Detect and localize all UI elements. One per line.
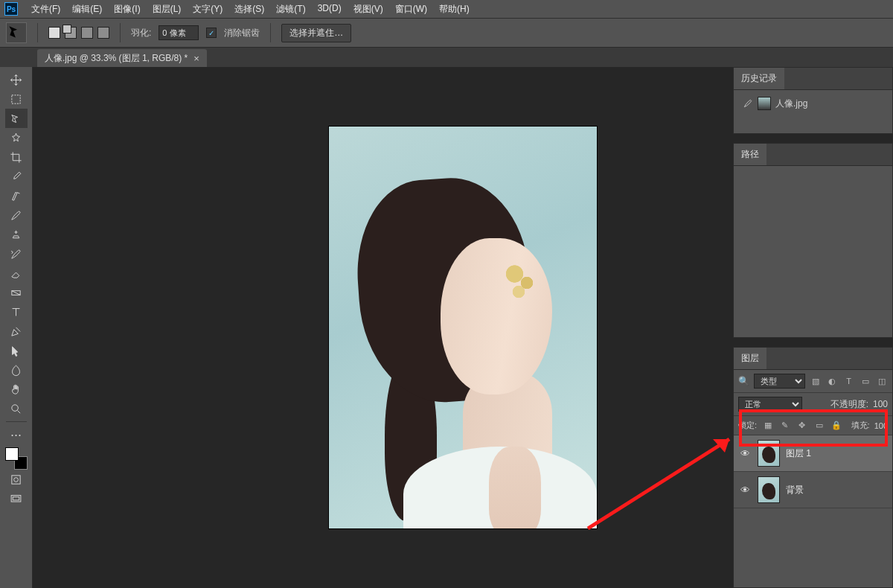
edit-toolbar-icon[interactable]: ⋯ <box>5 425 28 444</box>
menu-item[interactable]: 帮助(H) <box>433 1 476 18</box>
svg-rect-0 <box>12 95 20 103</box>
lasso-tool[interactable] <box>5 109 28 128</box>
selection-mode-group <box>48 27 109 39</box>
menu-item[interactable]: 视图(V) <box>348 1 389 18</box>
history-panel: 历史记录 人像.jpg <box>733 67 893 134</box>
history-tab[interactable]: 历史记录 <box>734 68 784 89</box>
eyedropper-tool[interactable] <box>5 167 28 186</box>
menu-bar: Ps 文件(F)编辑(E)图像(I)图层(L)文字(Y)选择(S)滤镜(T)3D… <box>0 0 893 18</box>
menu-item[interactable]: 3D(D) <box>312 1 348 18</box>
svg-point-2 <box>12 404 18 411</box>
color-swatches[interactable] <box>5 447 28 470</box>
history-source-icon <box>743 98 753 109</box>
svg-rect-6 <box>13 496 19 499</box>
document-tab-title: 人像.jpg @ 33.3% (图层 1, RGB/8) * <box>45 52 188 65</box>
filter-pixel-icon[interactable]: ▧ <box>810 375 822 388</box>
select-and-mask-button[interactable]: 选择并遮住… <box>281 24 351 42</box>
document-tabs: 人像.jpg @ 33.3% (图层 1, RGB/8) * × <box>0 48 893 67</box>
layer-row[interactable]: 👁背景 <box>734 472 892 508</box>
menu-item[interactable]: 文件(F) <box>25 1 66 18</box>
filter-smart-icon[interactable]: ◫ <box>876 375 888 388</box>
toolbox: ⋯ <box>0 67 33 588</box>
layers-panel: 图层 🔍 类型 ▧ ◐ T ▭ ◫ 正常 不透明度: 100 锁定: ▦ ✎ ✥… <box>733 347 893 588</box>
menu-item[interactable]: 滤镜(T) <box>270 1 311 18</box>
type-tool[interactable] <box>5 302 28 322</box>
divider <box>270 23 271 42</box>
menu-item[interactable]: 窗口(W) <box>389 1 433 18</box>
history-item[interactable]: 人像.jpg <box>740 95 886 112</box>
paths-tab[interactable]: 路径 <box>734 144 766 165</box>
direct-selection-tool[interactable] <box>5 341 28 360</box>
pen-tool[interactable] <box>5 322 28 341</box>
selection-add-icon[interactable] <box>65 27 77 39</box>
screen-mode-icon[interactable] <box>5 489 28 508</box>
lock-transparency-icon[interactable]: ▦ <box>761 419 774 432</box>
paths-panel: 路径 <box>733 143 893 338</box>
options-bar: 羽化: ✓ 消除锯齿 选择并遮住… <box>0 18 893 48</box>
antialias-checkbox[interactable]: ✓ <box>206 28 217 38</box>
layer-thumbnail[interactable] <box>758 476 780 503</box>
close-tab-icon[interactable]: × <box>193 53 199 64</box>
antialias-label: 消除锯齿 <box>224 27 260 39</box>
layer-row[interactable]: 👁图层 1 <box>734 435 892 472</box>
toolbox-separator <box>6 421 27 422</box>
blend-mode-select[interactable]: 正常 <box>738 397 802 412</box>
healing-brush-tool[interactable] <box>5 186 28 205</box>
crop-tool[interactable] <box>5 147 28 167</box>
active-tool-icon[interactable] <box>6 22 27 43</box>
app-logo-icon: Ps <box>4 2 18 16</box>
lock-all-icon[interactable]: 🔒 <box>830 419 842 432</box>
fill-label: 填充: <box>851 420 870 431</box>
eraser-tool[interactable] <box>5 263 28 283</box>
feather-input[interactable] <box>159 25 199 40</box>
filter-shape-icon[interactable]: ▭ <box>860 375 871 388</box>
right-panels: 历史记录 人像.jpg 路径 图层 🔍 类型 ▧ ◐ T ▭ ◫ <box>733 67 893 588</box>
quick-selection-tool[interactable] <box>5 128 28 147</box>
menu-item[interactable]: 图像(I) <box>108 1 146 18</box>
divider <box>37 23 38 42</box>
layers-tab[interactable]: 图层 <box>734 348 766 369</box>
shape-tool[interactable] <box>5 360 28 380</box>
selection-intersect-icon[interactable] <box>97 27 109 39</box>
history-thumbnail-icon <box>758 97 771 110</box>
layers-list: 👁图层 1👁背景 <box>734 435 892 587</box>
history-item-label: 人像.jpg <box>775 98 807 110</box>
svg-point-4 <box>14 477 19 482</box>
divider <box>120 23 121 42</box>
lock-pixels-icon[interactable]: ✎ <box>778 419 791 432</box>
menu-item[interactable]: 图层(L) <box>147 1 188 18</box>
zoom-tool[interactable] <box>5 399 28 418</box>
move-tool[interactable] <box>5 70 28 89</box>
layer-visibility-icon[interactable]: 👁 <box>738 485 752 496</box>
gradient-tool[interactable] <box>5 283 28 302</box>
svg-rect-3 <box>12 475 20 483</box>
clone-stamp-tool[interactable] <box>5 225 28 244</box>
layer-filter-select[interactable]: 类型 <box>754 374 805 389</box>
feather-label: 羽化: <box>131 27 151 39</box>
menu-item[interactable]: 选择(S) <box>228 1 270 18</box>
lock-label: 锁定: <box>738 420 757 431</box>
foreground-color-swatch[interactable] <box>5 447 19 461</box>
menu-item[interactable]: 文字(Y) <box>187 1 228 18</box>
filter-type-icon[interactable]: T <box>842 375 854 388</box>
fill-value[interactable]: 100 <box>874 421 888 430</box>
layer-thumbnail[interactable] <box>758 440 780 467</box>
history-brush-tool[interactable] <box>5 244 28 263</box>
filter-adjust-icon[interactable]: ◐ <box>826 375 838 388</box>
selection-subtract-icon[interactable] <box>81 27 93 39</box>
lock-position-icon[interactable]: ✥ <box>796 419 808 432</box>
menu-item[interactable]: 编辑(E) <box>66 1 108 18</box>
brush-tool[interactable] <box>5 205 28 225</box>
opacity-value[interactable]: 100 <box>873 399 888 409</box>
quick-mask-icon[interactable] <box>5 470 28 489</box>
lock-artboard-icon[interactable]: ▭ <box>813 419 825 432</box>
document-tab[interactable]: 人像.jpg @ 33.3% (图层 1, RGB/8) * × <box>37 49 207 67</box>
hand-tool[interactable] <box>5 380 28 399</box>
layer-visibility-icon[interactable]: 👁 <box>738 448 752 459</box>
selection-new-icon[interactable] <box>48 27 60 39</box>
layer-name[interactable]: 图层 1 <box>786 447 811 460</box>
opacity-label: 不透明度: <box>830 398 868 411</box>
marquee-tool[interactable] <box>5 89 28 109</box>
layer-name[interactable]: 背景 <box>786 484 804 496</box>
document-canvas[interactable] <box>329 127 597 528</box>
